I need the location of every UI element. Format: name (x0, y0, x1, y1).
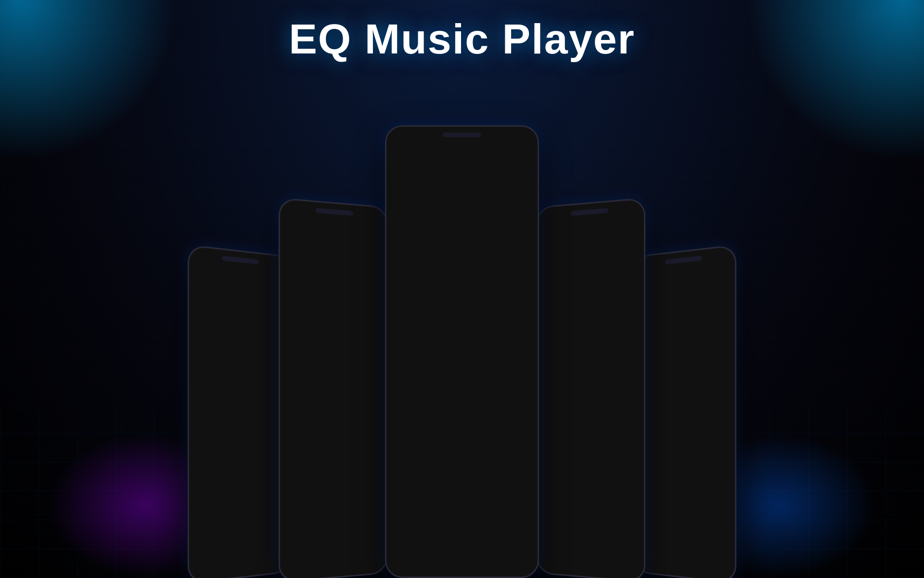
p3-playlist[interactable]: ☰ (512, 369, 522, 383)
p5-shirt-icon[interactable]: 👕 (713, 271, 719, 276)
heart-button[interactable]: ♥ (409, 326, 414, 339)
p1-set-time[interactable]: Set start time 02:32.3 Length Set e... (196, 353, 282, 367)
eq-bar-4k: 4K (369, 273, 377, 315)
add-button[interactable]: ⊞ (439, 326, 447, 339)
p5-playlist-btn[interactable]: ☰ (703, 410, 707, 416)
p3-speed[interactable]: 1.0X (514, 344, 528, 350)
p3-prev[interactable]: ⏮ (424, 369, 435, 383)
p4-list-icon[interactable]: ☰ (609, 216, 615, 224)
album-name-3: Songs (545, 337, 556, 342)
p3-lyric-main: I'v been brokehearted ever (424, 302, 504, 310)
p5-play-button[interactable]: ⏸ (673, 387, 694, 408)
album-more-holiday[interactable]: ⋮ (630, 284, 635, 289)
album-holiday[interactable]: Holiday Fulla | 16 Songs ⋮ (590, 241, 638, 294)
album-more-3[interactable]: ⋮ (581, 338, 586, 343)
p4-search-icon[interactable]: 🔍 (619, 215, 627, 224)
p5-progress-bar[interactable] (642, 375, 728, 378)
tab-artists[interactable]: Artists (543, 233, 556, 240)
se-btn-rude[interactable]: Rude (287, 343, 307, 354)
p5-info-button[interactable]: ⓘ (680, 365, 685, 372)
shirt-icon[interactable]: 👕 (507, 154, 516, 163)
phone-screen-1: 12:05 ▊▊▊ WiFi 🔋 ← RingBellRing 0:000:30… (189, 246, 289, 578)
p5-more-button[interactable]: … (710, 364, 715, 371)
rotate-knob[interactable] (294, 370, 313, 390)
scissors-icon: ✂ (235, 306, 246, 323)
se-btn-solid[interactable]: Solid (309, 344, 328, 354)
se-knob-reverse: Reverse —— (325, 371, 344, 401)
p3-header-icons: 👕 ⚙ (507, 154, 528, 163)
p5-add-button[interactable]: ⊞ (654, 366, 657, 373)
se-knob-rotate: Rotate —— (294, 370, 313, 401)
album-thumb-april: 🎸 (543, 245, 589, 286)
phone-soundeffect: 12:05 ▊▊▊ WiFi 🔋 ← Sound Effect EQUALIZE… (279, 197, 388, 578)
preset-dance-label: Dance (309, 263, 321, 268)
album-thumb-holiday (590, 241, 638, 283)
p5-time-total: 6:05 (706, 379, 713, 384)
p1-info: MP3, 44100HZ, 320kbps, 03:56 (196, 346, 282, 355)
p1-rewind[interactable]: ⏮ (218, 375, 227, 386)
album-grid: 🎸 April 98 Songs ⋮ (543, 241, 638, 385)
album-sub-april: 98 Songs (545, 290, 559, 294)
p1-back-icon[interactable]: ← (196, 270, 202, 277)
album-mybaby[interactable]: ♪ My Baby ⋮ (543, 347, 638, 385)
status-bar-3: 12:05 ▊▊▊ 🔋 (396, 146, 528, 150)
p1-forward[interactable]: ⏭ (254, 376, 262, 386)
p4-more-icon[interactable]: ⋮ (631, 214, 638, 223)
album-more-april[interactable]: ⋮ (581, 286, 586, 291)
p3-play-button[interactable]: ⏸ (447, 362, 476, 391)
p3-time-current: 4:05 (396, 352, 405, 357)
se-simplerate-slider[interactable] (319, 337, 379, 340)
album-more-sunnygarden[interactable]: ⋮ (630, 336, 635, 342)
preset-hiphop-label: Hip Hop (346, 265, 359, 271)
preset-folk-label: Folk (331, 265, 338, 270)
se-btn-amiable[interactable]: Amiable (318, 356, 342, 366)
eq-bar-1k: 1K (347, 271, 355, 314)
album-april[interactable]: 🎸 April 98 Songs ⋮ (543, 245, 589, 296)
reverse-knob[interactable] (325, 371, 344, 390)
preset-normal[interactable]: ♪♪ Normal (287, 245, 303, 268)
se-btn-abound[interactable]: Abound (330, 344, 353, 355)
album-sunnygarden[interactable]: 🌸 Sunny Garden Giordano | 12 Songs ⋮ (590, 294, 638, 345)
rotate-label: Rotate (297, 392, 309, 396)
p3-actions: ♥ ⊞ ⓘ … (396, 326, 528, 339)
preset-dance[interactable]: ♟ Dance (307, 246, 322, 268)
p3-progress-bar[interactable] (405, 346, 512, 348)
p3-shuffle[interactable]: ⇄ (402, 369, 411, 383)
album-sub-holiday: Fulla | 16 Songs (593, 288, 617, 292)
balance-knob[interactable] (356, 371, 374, 390)
p5-pause-btn[interactable]: ⏸ (660, 410, 665, 416)
p5-prev[interactable]: ⏮ (650, 393, 658, 403)
preset-hiphop[interactable]: 🎧 Hip Hop (346, 249, 360, 270)
album-name-mybaby: My Baby (545, 379, 560, 383)
p4-header: ☰ 🔍 ⋮ (543, 214, 638, 229)
album-more-mybaby[interactable]: ⋮ (630, 378, 635, 383)
album-thumb-sunnygarden: 🌸 (590, 294, 638, 335)
lyric-icon: 🎤 (411, 304, 422, 315)
p5-lyric-main-text: I'v been brokehearted ever (657, 349, 710, 356)
se-btn-resonant[interactable]: Resonant (287, 355, 315, 366)
reverse-label: Reverse (327, 392, 341, 396)
p5-eq-icon[interactable]: ⚙ (723, 270, 727, 276)
se-btn-steady[interactable]: Steady (355, 345, 376, 355)
p3-back-icon[interactable]: ← (396, 153, 405, 163)
preset-folk[interactable]: ♫ Folk (326, 248, 342, 270)
p3-next[interactable]: ⏭ (488, 369, 500, 383)
info-button[interactable]: ⓘ (472, 326, 481, 339)
equalizer-icon[interactable]: ⚙ (521, 154, 528, 163)
se-tempo-slider[interactable] (319, 329, 379, 332)
more-button[interactable]: … (506, 326, 515, 339)
p3-song-name: Sunny Garden (433, 151, 479, 159)
p5-dot-1 (679, 345, 682, 348)
tab-genre[interactable]: Genre (581, 230, 594, 237)
p1-pause[interactable]: ⏸ (236, 376, 244, 386)
set-time-button[interactable]: Set start time (201, 355, 228, 363)
preset-folk-icon: ♫ (326, 248, 342, 264)
tab-albums[interactable]: Albums (561, 232, 576, 239)
phone-screen-2: 12:05 ▊▊▊ WiFi 🔋 ← Sound Effect EQUALIZE… (280, 199, 386, 578)
album-art-image (404, 170, 520, 285)
album-3[interactable]: 🎵 Songs Songs ⋮ (543, 296, 589, 346)
album-thumb-mybaby: ♪ (543, 347, 638, 377)
p2-back-icon[interactable]: ← (287, 220, 294, 228)
p5-next[interactable]: ⏭ (710, 392, 719, 402)
p5-dot-2 (685, 345, 688, 348)
